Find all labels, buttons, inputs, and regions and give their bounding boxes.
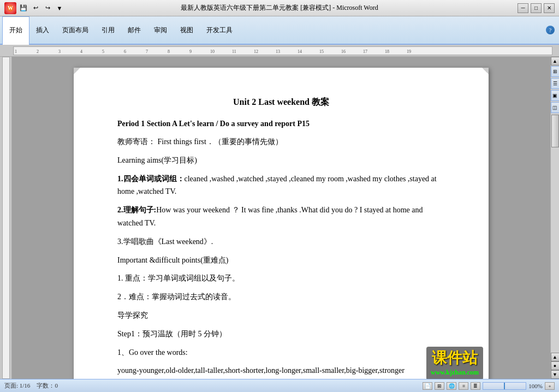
vertical-ruler xyxy=(0,57,12,379)
step1-label: Step1： xyxy=(117,330,142,338)
svg-text:18: 18 xyxy=(385,49,389,54)
tab-mailings[interactable]: 邮件 xyxy=(121,16,147,44)
point2: 2．难点：掌握动词过去式的读音。 xyxy=(117,290,445,304)
minimize-btn[interactable]: ─ xyxy=(518,3,528,13)
period-line: Period 1 Section A Let's learn / Do a su… xyxy=(117,118,445,130)
horizontal-ruler: 1 2 3 4 5 6 7 8 9 10 11 12 13 14 15 16 1… xyxy=(13,46,552,55)
watermark-text: 课件站 xyxy=(431,349,479,367)
tab-developer[interactable]: 开发工具 xyxy=(200,16,239,44)
vertical-scrollbar[interactable]: ▲ ⊞ ☰ ▣ ◫ ▲ ● ▼ xyxy=(550,57,559,379)
page-count: 页面: 1/16 xyxy=(4,382,30,390)
svg-text:16: 16 xyxy=(341,49,346,54)
help-btn[interactable]: ? xyxy=(546,26,555,34)
scroll-down-btn[interactable]: ▼ xyxy=(551,370,560,379)
song-item: 3.学唱歌曲《Last weekend》. xyxy=(117,235,445,248)
svg-text:5: 5 xyxy=(102,49,104,54)
ribbon-icon-3[interactable]: ▣ xyxy=(551,90,560,101)
view-web-btn[interactable]: 🌐 xyxy=(447,382,456,390)
view-fullscreen-btn[interactable]: ⊞ xyxy=(435,382,444,390)
svg-text:2: 2 xyxy=(37,49,39,54)
word-count: 字数：0 xyxy=(37,382,58,390)
doc-title: Unit 2 Last weekend 教案 xyxy=(117,95,445,109)
select-browse-btn[interactable]: ● xyxy=(551,361,560,370)
svg-text:9: 9 xyxy=(189,49,192,54)
watermark: 课件站 www.kjzhan.com xyxy=(426,347,483,379)
view-print-btn[interactable]: 📄 xyxy=(423,382,432,390)
svg-text:1: 1 xyxy=(15,49,17,54)
item2-text: How was your weekend ？ It was fine ,than… xyxy=(117,206,423,227)
watermark-url: www.kjzhan.com xyxy=(431,367,479,378)
svg-text:13: 13 xyxy=(276,49,280,54)
step1: Step1：预习温故（用时 5 分钟） xyxy=(117,328,445,341)
step1-text: 预习温故（用时 5 分钟） xyxy=(142,330,227,338)
scroll-thumb[interactable] xyxy=(551,115,559,147)
svg-text:12: 12 xyxy=(254,49,258,54)
scroll-up-btn[interactable]: ▲ xyxy=(551,57,560,66)
svg-text:14: 14 xyxy=(298,49,302,54)
tab-review[interactable]: 审阅 xyxy=(147,16,174,44)
view-draft-btn[interactable]: ≣ xyxy=(471,382,480,390)
svg-text:15: 15 xyxy=(319,49,324,54)
page-corner-tr xyxy=(482,68,489,74)
point1: 1. 重点：学习单词或词组以及句子。 xyxy=(117,272,445,285)
tab-view[interactable]: 视图 xyxy=(174,16,200,44)
status-bar: 页面: 1/16 字数：0 📄 ⊞ 🌐 ≡ ≣ 100% + xyxy=(0,379,559,392)
tab-layout[interactable]: 页面布局 xyxy=(56,16,95,44)
ribbon-icon-1[interactable]: ⊞ xyxy=(551,66,560,77)
title-bar-left: W 💾 ↩ ↪ ▼ xyxy=(4,2,64,14)
word-logo: W xyxy=(4,2,16,14)
important-header: Important &difficult points(重难点) xyxy=(117,254,445,267)
tab-insert[interactable]: 插入 xyxy=(29,16,56,44)
prev-page-btn[interactable]: ▲ xyxy=(551,353,560,361)
window-title: 最新人教版英语六年级下册第二单元教案 [兼容模式] - Microsoft Wo… xyxy=(181,3,378,13)
restore-btn[interactable]: □ xyxy=(531,3,542,13)
ruler-area: 1 2 3 4 5 6 7 8 9 10 11 12 13 14 15 16 1… xyxy=(0,45,559,57)
redo-btn[interactable]: ↪ xyxy=(43,3,52,13)
svg-text:10: 10 xyxy=(210,49,215,54)
ruler-left-margin xyxy=(0,46,7,55)
zoom-in-btn[interactable]: + xyxy=(545,382,555,390)
point2-label: 2．难点： xyxy=(117,293,152,301)
quick-save-btn[interactable]: 💾 xyxy=(19,3,28,13)
ribbon-icon-4[interactable]: ◫ xyxy=(551,102,560,113)
point1-label: 1. 重点： xyxy=(117,274,148,282)
go-over: 1、Go over the words: xyxy=(117,346,445,359)
window-controls: ─ □ ✕ xyxy=(518,3,555,13)
title-bar: W 💾 ↩ ↪ ▼ 最新人教版英语六年级下册第二单元教案 [兼容模式] - Mi… xyxy=(0,0,559,16)
teacher-quote: 教师寄语： First things first．（重要的事情先做） xyxy=(117,135,445,149)
quote-text: First things first．（重要的事情先做） xyxy=(158,138,283,146)
svg-text:7: 7 xyxy=(146,49,148,54)
item2-label: 2.理解句子: xyxy=(117,206,156,214)
svg-text:4: 4 xyxy=(80,49,82,54)
document-page: Unit 2 Last weekend 教案 Period 1 Section … xyxy=(74,68,489,379)
tab-references[interactable]: 引用 xyxy=(95,16,121,44)
vocab-item: 1.四会单词或词组：cleaned ,washed ,watched ,stay… xyxy=(117,173,445,199)
sentence-item: 2.理解句子:How was your weekend ？ It was fin… xyxy=(117,204,445,230)
learning-aims-header: Learning aims(学习目标) xyxy=(117,154,445,167)
point2-text: 掌握动词过去式的读音。 xyxy=(152,293,236,301)
svg-text:17: 17 xyxy=(363,49,367,54)
svg-text:8: 8 xyxy=(168,49,170,54)
item1-label: 1.四会单词或词组： xyxy=(117,175,185,183)
tab-home[interactable]: 开始 xyxy=(2,16,29,45)
ribbon: 开始 插入 页面布局 引用 邮件 审阅 视图 开发工具 ? xyxy=(0,16,559,45)
doc-area: Unit 2 Last weekend 教案 Period 1 Section … xyxy=(0,57,559,379)
undo-btn[interactable]: ↩ xyxy=(31,3,40,13)
point1-text: 学习单词或词组以及句子。 xyxy=(148,274,240,282)
guide-header: 导学探究 xyxy=(117,309,445,322)
svg-text:6: 6 xyxy=(124,49,126,54)
quote-label: 教师寄语： xyxy=(117,138,156,146)
zoom-slider[interactable] xyxy=(483,382,526,390)
svg-text:3: 3 xyxy=(58,49,61,54)
svg-text:19: 19 xyxy=(407,49,411,54)
close-btn[interactable]: ✕ xyxy=(544,3,555,13)
zoom-level: 100% xyxy=(528,383,543,389)
ribbon-icon-2[interactable]: ☰ xyxy=(551,78,560,89)
customize-btn[interactable]: ▼ xyxy=(55,3,64,13)
svg-text:11: 11 xyxy=(232,49,236,54)
words-text: young-younger,old-older,tall-taller,shor… xyxy=(117,364,445,377)
view-outline-btn[interactable]: ≡ xyxy=(459,382,468,390)
page-wrapper[interactable]: Unit 2 Last weekend 教案 Period 1 Section … xyxy=(12,57,550,379)
item3-label: 3.学唱歌曲《Last weekend》. xyxy=(117,237,213,246)
zoom-thumb xyxy=(504,383,505,389)
